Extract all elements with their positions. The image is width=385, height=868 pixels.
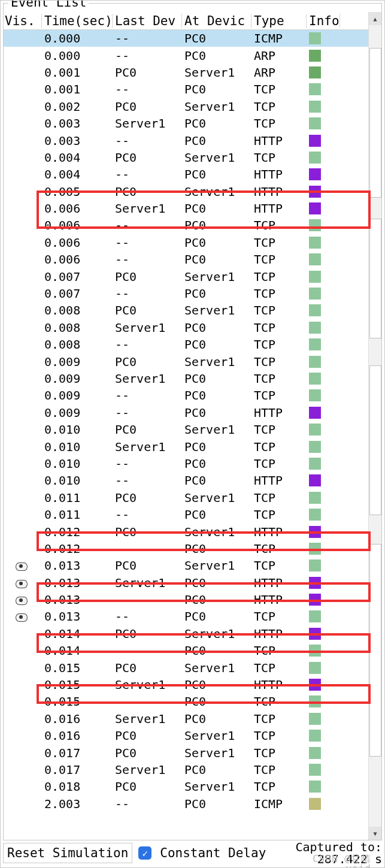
scrollbar-thumb[interactable] bbox=[369, 544, 381, 757]
table-row[interactable]: 0.008PC0Server1TCP bbox=[4, 302, 381, 319]
table-row[interactable]: 0.015--PC0TCP bbox=[4, 693, 381, 710]
info-cell[interactable] bbox=[307, 526, 340, 538]
info-cell[interactable] bbox=[307, 424, 340, 435]
info-cell[interactable] bbox=[307, 543, 340, 555]
info-cell[interactable] bbox=[307, 628, 340, 640]
info-cell[interactable] bbox=[307, 152, 340, 164]
table-row[interactable]: 0.011PC0Server1TCP bbox=[4, 489, 381, 506]
info-cell[interactable] bbox=[307, 356, 340, 368]
info-cell[interactable] bbox=[307, 66, 340, 78]
table-row[interactable]: 0.011--PC0TCP bbox=[4, 506, 381, 523]
table-row[interactable]: 0.004PC0Server1TCP bbox=[4, 149, 381, 166]
info-cell[interactable] bbox=[307, 695, 340, 707]
info-cell[interactable] bbox=[307, 458, 340, 470]
table-row[interactable]: 0.012PC0Server1HTTP bbox=[4, 523, 381, 540]
info-cell[interactable] bbox=[307, 186, 340, 198]
info-cell[interactable] bbox=[307, 474, 340, 486]
info-cell[interactable] bbox=[307, 764, 340, 776]
header-vis[interactable]: Vis. bbox=[4, 14, 42, 28]
info-cell[interactable] bbox=[307, 83, 340, 95]
constant-delay-checkbox[interactable]: ✓ bbox=[138, 846, 151, 860]
info-cell[interactable] bbox=[307, 662, 340, 674]
table-row[interactable]: 0.015PC0Server1TCP bbox=[4, 659, 381, 676]
header-at[interactable]: At Devic bbox=[182, 14, 251, 28]
table-row[interactable]: 0.000--PC0ARP bbox=[4, 47, 381, 63]
table-row[interactable]: 0.003--PC0HTTP bbox=[4, 132, 381, 149]
info-cell[interactable] bbox=[307, 713, 340, 725]
info-cell[interactable] bbox=[307, 288, 340, 300]
table-row[interactable]: 0.008--PC0TCP bbox=[4, 336, 381, 353]
table-row[interactable]: 0.013--PC0TCP bbox=[4, 608, 381, 625]
info-cell[interactable] bbox=[307, 101, 340, 113]
reset-simulation-button[interactable]: Reset Simulation bbox=[3, 843, 132, 863]
info-cell[interactable] bbox=[307, 117, 340, 129]
header-last[interactable]: Last Dev bbox=[113, 14, 182, 28]
table-row[interactable]: 0.006--PC0TCP bbox=[4, 251, 381, 268]
header-info[interactable]: Info bbox=[307, 14, 340, 28]
info-cell[interactable] bbox=[307, 730, 340, 742]
scroll-up-icon[interactable]: ▲ bbox=[369, 12, 381, 25]
scrollbar[interactable]: ▲ ▼ bbox=[368, 12, 381, 840]
table-row[interactable]: 0.002PC0Server1TCP bbox=[4, 98, 381, 115]
info-cell[interactable] bbox=[307, 32, 340, 44]
info-cell[interactable] bbox=[307, 407, 340, 419]
table-row[interactable]: 0.009PC0Server1TCP bbox=[4, 353, 381, 370]
header-type[interactable]: Type bbox=[251, 14, 307, 28]
info-cell[interactable] bbox=[307, 781, 340, 793]
table-row[interactable]: 0.007--PC0TCP bbox=[4, 285, 381, 302]
info-cell[interactable] bbox=[307, 441, 340, 453]
info-cell[interactable] bbox=[307, 747, 340, 759]
info-cell[interactable] bbox=[307, 304, 340, 316]
table-row[interactable]: 0.013PC0Server1TCP bbox=[4, 557, 381, 574]
info-cell[interactable] bbox=[307, 135, 340, 147]
info-cell[interactable] bbox=[307, 679, 340, 691]
info-cell[interactable] bbox=[307, 577, 340, 589]
table-row[interactable]: 0.013--PC0HTTP bbox=[4, 591, 381, 608]
info-cell[interactable] bbox=[307, 253, 340, 265]
info-cell[interactable] bbox=[307, 509, 340, 521]
table-row[interactable]: 0.004--PC0HTTP bbox=[4, 166, 381, 183]
info-cell[interactable] bbox=[307, 389, 340, 401]
scrollbar-thumb[interactable] bbox=[369, 219, 381, 338]
info-cell[interactable] bbox=[307, 798, 340, 810]
table-row[interactable]: 0.006--PC0TCP bbox=[4, 234, 381, 251]
table-row[interactable]: 0.017Server1PC0TCP bbox=[4, 761, 381, 778]
table-row[interactable]: 0.001--PC0TCP bbox=[4, 81, 381, 98]
table-row[interactable]: 0.006--PC0TCP bbox=[4, 217, 381, 234]
table-row[interactable]: 0.007PC0Server1TCP bbox=[4, 268, 381, 285]
table-row[interactable]: 0.016Server1PC0TCP bbox=[4, 710, 381, 727]
info-cell[interactable] bbox=[307, 237, 340, 249]
table-row[interactable]: 0.012--PC0TCP bbox=[4, 540, 381, 557]
table-row[interactable]: 0.000--PC0ICMP bbox=[4, 30, 381, 47]
info-cell[interactable] bbox=[307, 492, 340, 504]
header-time[interactable]: Time(sec) bbox=[42, 14, 113, 28]
table-row[interactable]: 0.014PC0Server1HTTP bbox=[4, 625, 381, 642]
info-cell[interactable] bbox=[307, 373, 340, 385]
table-row[interactable]: 0.001PC0Server1ARP bbox=[4, 64, 381, 81]
table-row[interactable]: 0.017PC0Server1TCP bbox=[4, 744, 381, 761]
table-row[interactable]: 2.003--PC0ICMP bbox=[4, 796, 381, 812]
scrollbar-thumb[interactable] bbox=[369, 48, 381, 198]
scrollbar-thumb[interactable] bbox=[369, 365, 381, 515]
table-row[interactable]: 0.009--PC0HTTP bbox=[4, 404, 381, 421]
info-cell[interactable] bbox=[307, 322, 340, 334]
info-cell[interactable] bbox=[307, 559, 340, 571]
table-row[interactable]: 0.003Server1PC0TCP bbox=[4, 115, 381, 132]
table-row[interactable]: 0.013Server1PC0HTTP bbox=[4, 574, 381, 591]
info-cell[interactable] bbox=[307, 50, 340, 62]
table-row[interactable]: 0.016PC0Server1TCP bbox=[4, 727, 381, 744]
table-row[interactable]: 0.008Server1PC0TCP bbox=[4, 319, 381, 336]
scroll-down-icon[interactable]: ▼ bbox=[369, 827, 381, 840]
table-row[interactable]: 0.010Server1PC0TCP bbox=[4, 438, 381, 455]
table-row[interactable]: 0.009--PC0TCP bbox=[4, 387, 381, 404]
table-row[interactable]: 0.010PC0Server1TCP bbox=[4, 421, 381, 438]
table-row[interactable]: 0.018PC0Server1TCP bbox=[4, 778, 381, 795]
table-row[interactable]: 0.010--PC0HTTP bbox=[4, 472, 381, 489]
table-row[interactable]: 0.014--PC0TCP bbox=[4, 642, 381, 659]
info-cell[interactable] bbox=[307, 219, 340, 231]
info-cell[interactable] bbox=[307, 594, 340, 606]
info-cell[interactable] bbox=[307, 168, 340, 180]
table-row[interactable]: 0.015Server1PC0HTTP bbox=[4, 676, 381, 693]
table-row[interactable]: 0.009Server1PC0TCP bbox=[4, 370, 381, 387]
info-cell[interactable] bbox=[307, 202, 340, 214]
